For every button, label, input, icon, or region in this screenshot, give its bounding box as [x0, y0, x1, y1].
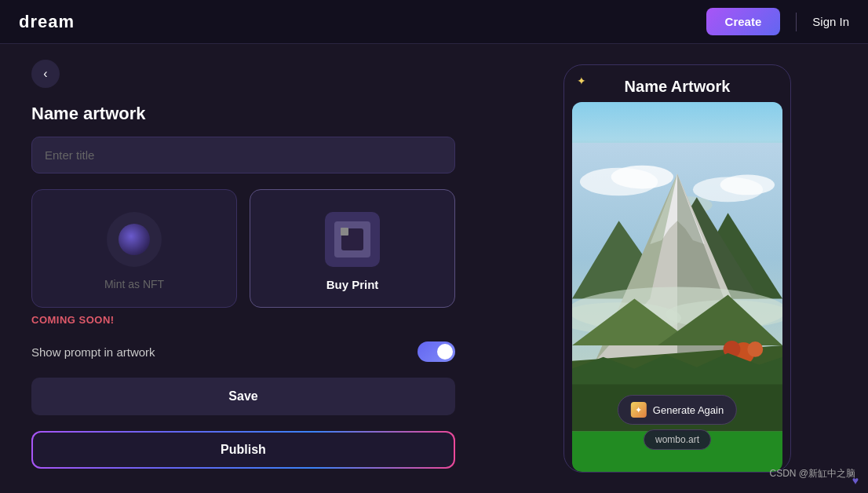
- save-button[interactable]: Save: [31, 378, 455, 415]
- create-button[interactable]: Create: [706, 8, 781, 35]
- header: dream Create Sign In: [0, 0, 868, 44]
- nft-card[interactable]: Mint as NFT: [31, 189, 237, 308]
- csdn-watermark: CSDN @新缸中之脑: [769, 467, 855, 480]
- publish-btn-wrapper: Publish: [31, 431, 455, 469]
- logo: dream: [19, 12, 75, 32]
- right-panel: ✦ Name Artwork: [487, 44, 868, 493]
- svg-point-4: [720, 175, 775, 195]
- print-icon: [334, 221, 370, 257]
- toggle-row: Show prompt in artwork: [31, 341, 455, 362]
- svg-point-20: [747, 341, 763, 357]
- artwork-preview: ✦ Generate Again wombo.art: [572, 102, 782, 472]
- phone-preview-card: ✦ Name Artwork: [563, 64, 791, 473]
- back-button[interactable]: ‹: [31, 60, 60, 88]
- star-icon: ✦: [577, 75, 586, 87]
- section-title: Name artwork: [31, 104, 455, 124]
- nft-icon: [119, 224, 150, 255]
- chevron-left-icon: ‹: [43, 67, 47, 81]
- divider: [796, 13, 797, 31]
- phone-artwork-title: Name Artwork: [625, 78, 731, 95]
- title-input[interactable]: [31, 137, 455, 173]
- toggle-label: Show prompt in artwork: [31, 345, 155, 359]
- wombo-tag: wombo.art: [644, 429, 711, 450]
- nft-card-label: Mint as NFT: [104, 278, 164, 290]
- publish-button[interactable]: Publish: [33, 433, 454, 467]
- left-panel: ‹ Name artwork Mint as NFT Buy Print CO: [0, 44, 487, 493]
- sign-in-button[interactable]: Sign In: [812, 15, 849, 28]
- main-content: ‹ Name artwork Mint as NFT Buy Print CO: [0, 44, 868, 493]
- nft-icon-container: [107, 212, 162, 267]
- svg-point-2: [611, 166, 673, 189]
- phone-header: ✦ Name Artwork: [564, 65, 790, 102]
- print-icon-container: [325, 212, 380, 267]
- coming-soon-badge: COMING SOON!: [31, 314, 455, 326]
- prompt-toggle[interactable]: [418, 341, 455, 362]
- cards-row: Mint as NFT Buy Print: [31, 189, 455, 308]
- toggle-thumb: [437, 344, 453, 360]
- generate-icon: ✦: [631, 402, 647, 418]
- generate-again-button[interactable]: ✦ Generate Again: [618, 395, 737, 425]
- header-right: Create Sign In: [706, 8, 849, 35]
- print-card[interactable]: Buy Print: [250, 189, 455, 308]
- generate-label: Generate Again: [653, 404, 724, 416]
- print-card-label: Buy Print: [326, 278, 379, 291]
